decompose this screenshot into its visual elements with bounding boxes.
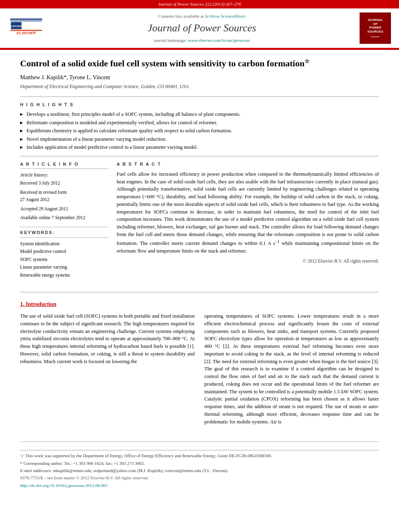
intro-top-divider [20, 292, 379, 292]
journal-url-line: journal homepage: www.elsevier.com/locat… [48, 37, 356, 43]
email-label: E-mail addresses: [20, 468, 53, 473]
highlights-list: Develops a nonlinear, first principles m… [20, 111, 379, 151]
sciverse-link[interactable]: SciVerse ScienceDirect [205, 14, 245, 18]
homepage-url[interactable]: www.elsevier.com/locate/jpowsour [188, 38, 250, 43]
footnote-email: E-mail addresses: mkupilik@mines.edu, re… [20, 468, 379, 474]
sciverse-line: Contents lists available at SciVerse Sci… [48, 13, 356, 19]
abstract-title: A B S T R A C T [117, 161, 379, 167]
history-label: Article history: [20, 171, 109, 179]
highlights-section: H I G H L I G H T S Develops a nonlinear… [20, 102, 379, 151]
highlights-title: H I G H L I G H T S [20, 102, 379, 108]
svg-text:ELSEVIER: ELSEVIER [9, 25, 22, 27]
footnotes-divider [20, 450, 379, 450]
info-abstract-row: A R T I C L E I N F O Article history: R… [20, 161, 379, 285]
article-info-title: A R T I C L E I N F O [20, 161, 109, 169]
highlight-item: Develops a nonlinear, first principles m… [20, 111, 379, 118]
article-history: Article history: Received 3 July 2012 Re… [20, 171, 109, 221]
intro-left-col: The use of solid oxide fuel cell (SOFC) … [20, 312, 195, 429]
keywords-section: Keywords: System identification Model pr… [20, 227, 109, 279]
intro-right-col: operating temperatures of SOFC systems. … [204, 312, 379, 429]
abstract-col: A B S T R A C T Fuel cells allow for inc… [117, 161, 379, 285]
intro-left-para1: The use of solid oxide fuel cell (SOFC) … [20, 312, 195, 365]
journal-citation-bar: Journal of Power Sources 222 (2013) 267–… [0, 0, 399, 8]
journal-logo-title: JOURNALOFPOWERSOURCES [367, 18, 383, 33]
highlights-divider [20, 97, 379, 97]
doi-line[interactable]: http://dx.doi.org/10.1016/j.jpowsour.201… [20, 483, 379, 489]
accepted-date: Accepted 29 August 2012 [20, 205, 109, 212]
keyword-item: Model predictive control [20, 248, 109, 256]
highlight-item: Novel implementation of a linear paramet… [20, 136, 379, 143]
email-addresses: mkupilik@mines.edu, redpointed@yahoo.com… [53, 468, 228, 473]
keyword-item: SOFC systems [20, 256, 109, 264]
article-info-col: A R T I C L E I N F O Article history: R… [20, 161, 109, 285]
title-star: ☆ [304, 58, 310, 64]
affiliation-line: Department of Electrical Engineering and… [20, 83, 379, 90]
article-title: Control of a solid oxide fuel cell syste… [20, 58, 379, 70]
keyword-item: System identification [20, 240, 109, 248]
keyword-item: Linear parameter varying [20, 263, 109, 271]
copyright-line: © 2012 Elsevier B.V. All rights reserved… [117, 258, 379, 264]
journal-header: ELSEVIER ELSEVIER Contents lists availab… [0, 8, 399, 49]
journal-citation: Journal of Power Sources 222 (2013) 267–… [158, 2, 241, 6]
footnote-star: ☆ This work was supported by the Departm… [20, 453, 379, 459]
intro-right-para1: operating temperatures of SOFC systems. … [204, 312, 379, 425]
keywords-list: System identification Model predictive c… [20, 240, 109, 279]
highlight-item: Reformate composition is modeled and exp… [20, 119, 379, 127]
issn-line: 0378-7753/$ – see front matter © 2012 El… [20, 475, 379, 481]
journal-logo-box: JOURNALOFPOWERSOURCES Elsevier [360, 12, 391, 44]
abstract-text: Fuel cells allow for increased efficienc… [117, 170, 379, 255]
intro-heading: 1. Introduction [20, 300, 379, 308]
highlight-item: Includes application of model predictive… [20, 144, 379, 151]
elsevier-logo-area: ELSEVIER ELSEVIER [8, 18, 44, 38]
keywords-title: Keywords: [20, 227, 109, 237]
highlights-bottom-divider [20, 156, 379, 156]
svg-rect-1 [10, 21, 42, 21]
authors-line: Matthew J. Kupilik*, Tyrone L. Vincent [20, 74, 379, 82]
intro-two-col: The use of solid oxide fuel cell (SOFC) … [20, 312, 379, 429]
article-info-section: A R T I C L E I N F O Article history: R… [20, 161, 109, 222]
online-date: Available online 7 September 2012 [20, 214, 109, 221]
journal-name-display: Journal of Power Sources [48, 21, 356, 35]
journal-logo-subtitle: Elsevier [371, 35, 379, 38]
elsevier-logo-svg: ELSEVIER ELSEVIER [8, 18, 44, 36]
footnote-corresponding: * Corresponding author. Tel.: +1 303 908… [20, 460, 379, 466]
journal-center-info: Contents lists available at SciVerse Sci… [48, 13, 356, 43]
svg-text:ELSEVIER: ELSEVIER [16, 31, 36, 35]
svg-rect-0 [10, 18, 42, 20]
revised-date: Received in revised form27 August 2012 [20, 189, 109, 203]
introduction-section: 1. Introduction The use of solid oxide f… [20, 300, 379, 429]
main-content: Control of a solid oxide fuel cell syste… [0, 50, 399, 498]
footnotes-section: ☆ This work was supported by the Departm… [20, 442, 379, 489]
keyword-item: Renewable energy systems [20, 271, 109, 279]
highlight-item: Equilibrium chemistry is applied to calc… [20, 127, 379, 135]
received-date: Received 3 July 2012 [20, 179, 109, 187]
